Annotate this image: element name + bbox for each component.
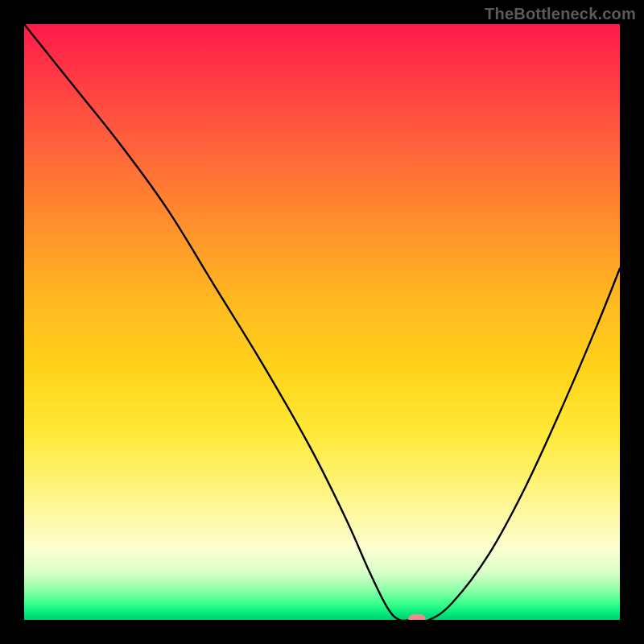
watermark-text: TheBottleneck.com bbox=[485, 5, 636, 23]
chart-frame: TheBottleneck.com bbox=[0, 0, 644, 644]
plot-area bbox=[24, 24, 620, 620]
optimal-point-marker bbox=[408, 614, 426, 620]
bottleneck-curve bbox=[24, 24, 620, 620]
